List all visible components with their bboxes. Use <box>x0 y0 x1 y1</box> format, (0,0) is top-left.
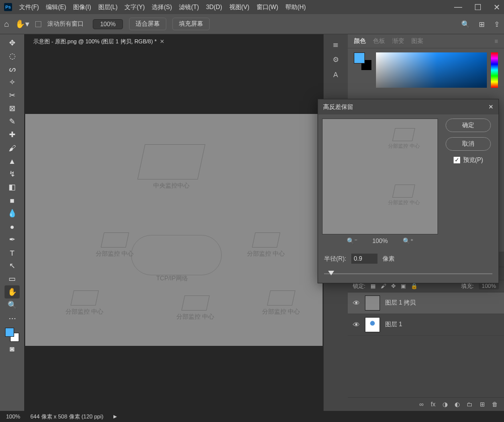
canvas-node-branch3: 分部监控 中心 <box>66 290 103 316</box>
fit-screen-button[interactable]: 适合屏幕 <box>129 18 166 30</box>
ok-button[interactable]: 确定 <box>446 118 491 132</box>
preview-checkbox[interactable]: ✓ <box>454 157 460 163</box>
delete-layer-icon[interactable]: 🗑 <box>492 401 498 408</box>
layer-row[interactable]: 👁 图层 1 拷贝 <box>348 292 504 314</box>
high-pass-dialog: 高反差保留 ✕ 分部监控 中心 分部监控 中心 🔍⁻ 100% 🔍⁺ 确定 取消… <box>318 99 499 283</box>
tab-patterns[interactable]: 图案 <box>411 37 423 45</box>
brush-tool[interactable]: 🖌 <box>5 141 20 154</box>
zoom-tool[interactable]: 🔍 <box>5 298 20 312</box>
eyedropper-tool[interactable]: ✎ <box>5 115 20 128</box>
menu-image[interactable]: 图像(I) <box>73 3 91 12</box>
color-swatch[interactable] <box>5 328 19 342</box>
close-icon[interactable]: ✕ <box>493 3 500 12</box>
lock-trans-icon[interactable]: ▦ <box>370 283 375 289</box>
minimize-icon[interactable]: — <box>454 3 462 12</box>
dodge-tool[interactable]: ● <box>5 220 20 233</box>
menu-layer[interactable]: 图层(L) <box>98 3 118 12</box>
home-icon[interactable]: ⌂ <box>4 20 9 29</box>
scroll-all-checkbox[interactable] <box>35 21 41 27</box>
maximize-icon[interactable]: ☐ <box>474 3 481 12</box>
tool-opts-icon[interactable]: ⋯ <box>5 312 20 325</box>
lock-pos-icon[interactable]: ✥ <box>391 283 396 289</box>
slider-knob[interactable] <box>328 271 334 275</box>
dialog-preview[interactable]: 分部监控 中心 分部监控 中心 <box>322 118 438 234</box>
history-brush-tool[interactable]: ↯ <box>5 167 20 180</box>
menu-help[interactable]: 帮助(H) <box>285 3 306 12</box>
layer-thumb[interactable] <box>365 295 380 311</box>
dialog-close-icon[interactable]: ✕ <box>488 103 493 110</box>
panel-menu-icon[interactable]: ≡ <box>494 38 498 45</box>
menu-file[interactable]: 文件(F) <box>19 3 39 12</box>
status-arrow-icon[interactable]: ▶ <box>113 414 117 419</box>
share-icon[interactable]: ⇪ <box>494 20 500 28</box>
lasso-tool[interactable]: ᔕ <box>5 63 20 76</box>
layer-name[interactable]: 图层 1 拷贝 <box>385 298 416 307</box>
mini-swatch[interactable] <box>354 52 372 71</box>
radius-slider[interactable] <box>324 270 492 278</box>
crop-tool[interactable]: ✂ <box>5 89 20 102</box>
zoom-out-icon[interactable]: 🔍⁻ <box>347 237 357 245</box>
fill-field[interactable]: 100% <box>479 282 499 289</box>
wand-tool[interactable]: ✧ <box>5 76 20 89</box>
lock-all-icon[interactable]: 🔒 <box>411 283 418 289</box>
dialog-titlebar[interactable]: 高反差保留 ✕ <box>318 99 498 114</box>
status-dims[interactable]: 644 像素 x 508 像素 (120 ppi) <box>30 413 103 420</box>
shape-tool[interactable]: ▭ <box>5 272 20 285</box>
blur-tool[interactable]: 💧 <box>5 207 20 220</box>
quickmask-icon[interactable]: ◙ <box>5 342 20 355</box>
radius-input[interactable] <box>351 254 377 264</box>
eraser-tool[interactable]: ◧ <box>5 180 20 194</box>
layer-thumb[interactable] <box>365 317 380 332</box>
visibility-icon[interactable]: 👁 <box>353 299 360 307</box>
menu-view[interactable]: 视图(V) <box>229 3 249 12</box>
lock-artb-icon[interactable]: ▣ <box>401 283 406 289</box>
gradient-tool[interactable]: ■ <box>5 194 20 207</box>
hue-strip[interactable] <box>491 52 498 88</box>
menu-type[interactable]: 文字(Y) <box>124 3 145 12</box>
history-panel-icon[interactable]: ≣ <box>333 40 339 48</box>
zoom-in-icon[interactable]: 🔍⁺ <box>403 237 413 245</box>
menu-3d[interactable]: 3D(D) <box>206 4 222 11</box>
document-tab[interactable]: 示意图 - 原图.png @ 100% (图层 1 拷贝, RGB/8) * ✕ <box>29 36 168 47</box>
search-icon[interactable]: 🔍 <box>461 20 470 28</box>
visibility-icon[interactable]: 👁 <box>353 321 360 329</box>
char-panel-icon[interactable]: A <box>333 71 338 79</box>
status-zoom[interactable]: 100% <box>6 413 20 419</box>
menu-edit[interactable]: 编辑(E) <box>46 3 66 12</box>
mask-icon[interactable]: ◑ <box>443 401 448 408</box>
layer-row[interactable]: 👁 图层 1 <box>348 314 504 336</box>
group-icon[interactable]: 🗀 <box>467 401 473 408</box>
move-tool[interactable]: ✥ <box>5 36 20 49</box>
type-tool[interactable]: T <box>5 246 20 259</box>
tab-swatches[interactable]: 色板 <box>373 37 385 45</box>
lock-paint-icon[interactable]: 🖌 <box>381 283 386 289</box>
stamp-tool[interactable]: ▲ <box>5 154 20 167</box>
cancel-button[interactable]: 取消 <box>446 137 491 151</box>
link-layers-icon[interactable]: ∞ <box>419 401 424 408</box>
fx-icon[interactable]: fx <box>431 401 435 408</box>
pen-tool[interactable]: ✒ <box>5 233 20 246</box>
menu-filter[interactable]: 滤镜(T) <box>179 3 199 12</box>
hand-tool[interactable]: ✋ <box>5 285 20 298</box>
tab-gradients[interactable]: 渐变 <box>392 37 404 45</box>
color-field[interactable] <box>376 52 487 88</box>
frame-tool[interactable]: ⊠ <box>5 102 20 115</box>
fill-screen-button[interactable]: 填充屏幕 <box>172 18 210 30</box>
heal-tool[interactable]: ✚ <box>5 128 20 141</box>
marquee-tool[interactable]: ◌ <box>5 49 20 63</box>
layer-name[interactable]: 图层 1 <box>385 320 402 329</box>
zoom-field[interactable]: 100% <box>93 19 123 29</box>
path-tool[interactable]: ↖ <box>5 259 20 272</box>
dialog-title: 高反差保留 <box>323 103 353 111</box>
tab-color[interactable]: 颜色 <box>354 37 366 45</box>
adjust-layer-icon[interactable]: ◐ <box>455 401 460 408</box>
properties-panel-icon[interactable]: ⚙ <box>333 55 339 64</box>
tab-close-icon[interactable]: ✕ <box>160 38 164 45</box>
workspace-icon[interactable]: ⊞ <box>479 20 485 28</box>
new-layer-icon[interactable]: ⊞ <box>480 401 485 408</box>
fg-color-swatch[interactable] <box>5 328 14 337</box>
canvas[interactable]: 中央监控中心 TCP/IP网络 分部监控 中心 分部监控 中心 分部监控 中心 … <box>25 114 323 346</box>
hand-tool-icon[interactable]: ✋▾ <box>15 19 29 29</box>
menu-window[interactable]: 窗口(W) <box>257 3 278 12</box>
menu-select[interactable]: 选择(S) <box>152 3 172 12</box>
